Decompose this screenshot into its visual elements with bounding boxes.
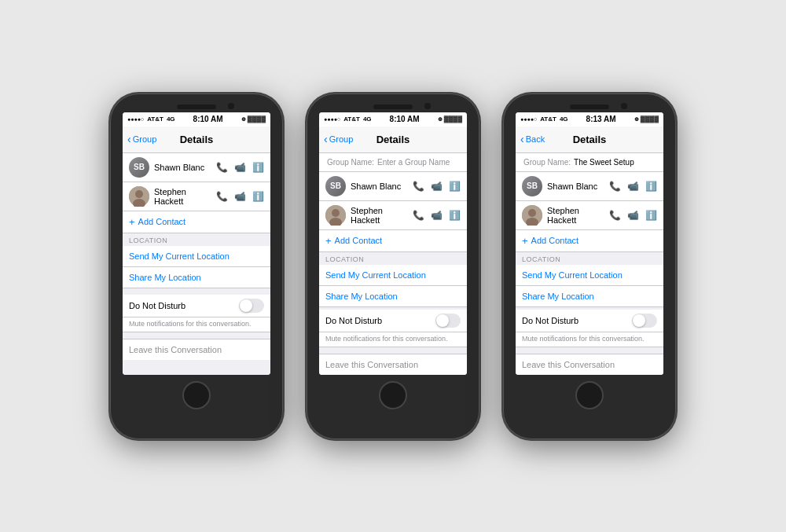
svg-point-1 [135, 190, 143, 198]
status-right: ⊕ ▓▓▓▓ [438, 116, 462, 123]
contact-actions-0: 📞 📹 ℹ️ [216, 162, 264, 173]
camera [228, 103, 234, 109]
avatar-0: SB [129, 157, 149, 178]
svg-point-7 [528, 209, 536, 217]
battery-icon: ▓▓▓▓ [641, 116, 659, 123]
add-icon: + [522, 235, 528, 247]
toggle-knob [633, 314, 645, 327]
video-icon-0[interactable]: 📹 [234, 162, 246, 173]
location-item-1[interactable]: Share My Location [319, 286, 467, 307]
location-icon: ⊕ [241, 116, 246, 123]
phone-icon-1[interactable]: 📞 [609, 210, 621, 221]
dnd-toggle[interactable] [632, 314, 657, 328]
contact-name-0: Shawn Blanc [547, 182, 604, 191]
do-not-disturb-row: Do Not Disturb [319, 310, 467, 332]
contact-name-0: Shawn Blanc [351, 182, 408, 191]
location-item-1[interactable]: Share My Location [516, 286, 663, 307]
info-icon-0[interactable]: ℹ️ [449, 181, 461, 192]
camera [621, 103, 627, 109]
status-right: ⊕ ▓▓▓▓ [241, 116, 266, 123]
content-area: Group Name: The Sweet Setup SB Shawn Bla… [516, 153, 663, 375]
phone-icon-1[interactable]: 📞 [216, 191, 228, 202]
group-name-label: Group Name: [523, 158, 571, 167]
leave-conversation-row[interactable]: Leave this Conversation [319, 354, 467, 375]
avatar-1 [325, 205, 346, 226]
nav-title: Details [180, 134, 214, 145]
signal-dots: ●●●●○ [520, 116, 537, 122]
leave-conversation-row[interactable]: Leave this Conversation [123, 339, 270, 360]
add-contact-row[interactable]: + Add Contact [516, 230, 663, 252]
do-not-disturb-row: Do Not Disturb [516, 310, 663, 332]
speaker [570, 105, 609, 109]
status-left: ●●●●○ AT&T 4G [324, 116, 372, 123]
time-label: 8:10 AM [390, 115, 420, 123]
dnd-toggle[interactable] [435, 314, 461, 328]
status-left: ●●●●○ AT&T 4G [127, 116, 175, 123]
video-icon-0[interactable]: 📹 [431, 181, 443, 192]
nav-back-button[interactable]: ‹ Back [520, 134, 545, 145]
phones-container: ●●●●○ AT&T 4G 8:10 AM ⊕ ▓▓▓▓ ‹ Group Det… [94, 78, 692, 455]
speaker [177, 105, 216, 109]
nav-bar: ‹ Group Details [319, 127, 467, 153]
video-icon-1[interactable]: 📹 [627, 210, 639, 221]
info-icon-0[interactable]: ℹ️ [645, 181, 657, 192]
phone-icon-1[interactable]: 📞 [413, 210, 424, 221]
location-section-header: LOCATION [319, 252, 467, 265]
avatar-0: SB [325, 176, 346, 196]
home-button[interactable] [575, 381, 604, 409]
info-icon-1[interactable]: ℹ️ [645, 210, 657, 221]
dnd-toggle[interactable] [239, 299, 264, 313]
home-button[interactable] [182, 381, 211, 409]
contact-name-1: Stephen Hackett [154, 187, 211, 206]
group-name-value[interactable]: Enter a Group Name [377, 158, 450, 167]
location-icon: ⊕ [438, 116, 443, 123]
back-label: Back [526, 134, 545, 144]
phone-icon-0[interactable]: 📞 [413, 181, 424, 192]
network-label: 4G [363, 116, 372, 123]
add-contact-row[interactable]: + Add Contact [123, 211, 270, 233]
status-bar: ●●●●○ AT&T 4G 8:10 AM ⊕ ▓▓▓▓ [123, 112, 270, 127]
contact-name-1: Stephen Hackett [351, 206, 408, 225]
contact-row-0: SB Shawn Blanc 📞 📹 ℹ️ [516, 172, 663, 201]
group-name-row: Group Name: The Sweet Setup [516, 153, 663, 172]
info-icon-1[interactable]: ℹ️ [252, 191, 264, 202]
back-chevron-icon: ‹ [520, 134, 524, 145]
carrier-label: AT&T [147, 116, 163, 123]
video-icon-1[interactable]: 📹 [431, 210, 443, 221]
info-icon-0[interactable]: ℹ️ [252, 162, 264, 173]
dnd-label: Do Not Disturb [522, 316, 578, 325]
group-name-value: The Sweet Setup [574, 158, 634, 167]
back-label: Group [329, 134, 354, 144]
avatar-initials: SB [330, 182, 341, 190]
network-label: 4G [560, 116, 568, 123]
video-icon-1[interactable]: 📹 [234, 191, 246, 202]
location-item-1[interactable]: Share My Location [123, 267, 270, 288]
nav-back-button[interactable]: ‹ Group [324, 134, 353, 145]
nav-bar: ‹ Group Details [123, 127, 270, 153]
toggle-knob [240, 299, 252, 312]
back-label: Group [133, 134, 157, 144]
phone-icon-0[interactable]: 📞 [216, 162, 228, 173]
leave-conversation-row[interactable]: Leave this Conversation [516, 354, 663, 375]
carrier-label: AT&T [540, 116, 556, 123]
video-icon-0[interactable]: 📹 [627, 181, 639, 192]
screen: ●●●●○ AT&T 4G 8:10 AM ⊕ ▓▓▓▓ ‹ Group Det… [123, 112, 270, 375]
contact-name-0: Shawn Blanc [154, 163, 211, 172]
location-item-0[interactable]: Send My Current Location [123, 246, 270, 267]
nav-back-button[interactable]: ‹ Group [127, 134, 156, 145]
phone-icon-0[interactable]: 📞 [609, 181, 621, 192]
location-item-0[interactable]: Send My Current Location [516, 265, 663, 286]
location-item-0[interactable]: Send My Current Location [319, 265, 467, 286]
time-label: 8:10 AM [193, 115, 223, 123]
info-icon-1[interactable]: ℹ️ [449, 210, 461, 221]
contact-row-1: Stephen Hackett 📞 📹 ℹ️ [319, 201, 467, 230]
contact-row-0: SB Shawn Blanc 📞 📹 ℹ️ [123, 153, 270, 182]
add-contact-label: Add Contact [138, 217, 186, 226]
home-button[interactable] [379, 381, 407, 409]
signal-dots: ●●●●○ [324, 116, 340, 122]
location-icon: ⊕ [634, 116, 639, 123]
network-label: 4G [167, 116, 175, 123]
add-contact-row[interactable]: + Add Contact [319, 230, 467, 252]
dnd-label: Do Not Disturb [325, 316, 382, 325]
contact-row-0: SB Shawn Blanc 📞 📹 ℹ️ [319, 172, 467, 201]
